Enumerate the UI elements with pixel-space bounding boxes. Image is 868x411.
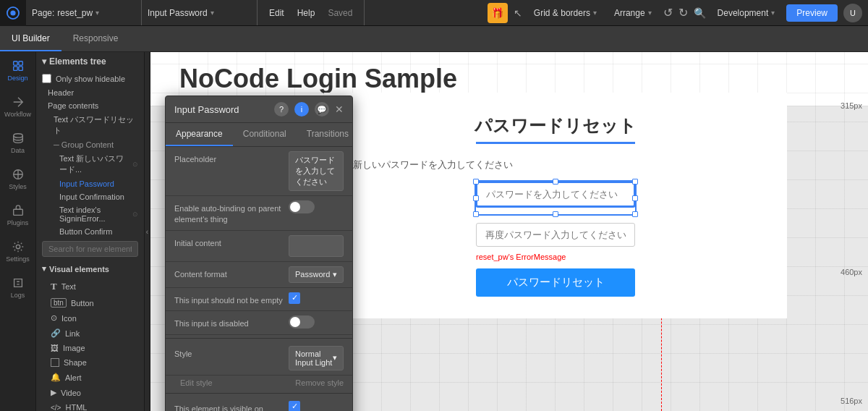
handle-bl[interactable] bbox=[473, 211, 479, 217]
redo-icon[interactable]: ↻ bbox=[678, 6, 688, 20]
tree-text-signin-error[interactable]: Text index's SigninError... ⊙ bbox=[36, 203, 144, 225]
search-icon[interactable]: 🔍 bbox=[694, 7, 706, 19]
button-element-label: Button bbox=[71, 299, 94, 308]
tree-input-password[interactable]: Input Password bbox=[36, 177, 144, 190]
initial-content-input bbox=[289, 235, 344, 257]
tree-header[interactable]: Header bbox=[36, 86, 144, 99]
element-alert[interactable]: 🔔 Alert bbox=[36, 370, 144, 385]
dialog-info-icon[interactable]: i bbox=[294, 102, 309, 116]
preview-button[interactable]: Preview bbox=[786, 4, 838, 22]
nav-plugins-label: Plugins bbox=[7, 219, 29, 226]
input-password-label: Input Password bbox=[59, 179, 114, 188]
prop-content-format: Content format Password ▾ bbox=[166, 262, 352, 288]
page-name: reset_pw bbox=[57, 8, 93, 18]
svg-rect-5 bbox=[18, 66, 22, 69]
visible-label: This element is visible on page load bbox=[174, 401, 283, 411]
px-315-label: 315px bbox=[841, 101, 862, 110]
nav-data-label: Data bbox=[11, 147, 25, 154]
svg-point-6 bbox=[13, 133, 22, 137]
nav-plugins[interactable]: Plugins bbox=[0, 197, 36, 233]
element-selector[interactable]: Input Password ▾ bbox=[142, 0, 258, 25]
tree-button-confirm[interactable]: Button Confirm bbox=[36, 225, 144, 238]
placeholder-value[interactable]: パスワードを入力してください bbox=[289, 151, 344, 191]
tree-input-confirmation[interactable]: Input Confirmation bbox=[36, 190, 144, 203]
not-empty-check-container: ✓ bbox=[289, 292, 344, 304]
tree-text-new-pw[interactable]: Text 新しいパスワード... ⊙ bbox=[36, 151, 144, 177]
search-elements-input[interactable] bbox=[42, 241, 138, 257]
dialog-close-button[interactable]: ✕ bbox=[335, 103, 344, 115]
development-dropdown[interactable]: Development ▾ bbox=[712, 5, 781, 21]
auto-binding-toggle[interactable] bbox=[289, 200, 315, 213]
placeholder-label: Placeholder bbox=[174, 151, 283, 165]
dialog-tab-conditional[interactable]: Conditional bbox=[233, 123, 297, 146]
only-show-hideable-row[interactable]: Only show hideable bbox=[36, 71, 144, 86]
element-html[interactable]: </> HTML bbox=[36, 400, 144, 411]
page-contents-label: Page contents bbox=[48, 101, 98, 110]
visible-checkbox[interactable]: ✓ bbox=[289, 401, 300, 411]
help-menu[interactable]: Help bbox=[292, 5, 321, 21]
page-selector[interactable]: Page: reset_pw ▾ bbox=[26, 0, 142, 25]
style-select[interactable]: Normal Input Light ▾ bbox=[289, 346, 344, 370]
auto-binding-toggle-container bbox=[289, 200, 344, 213]
edit-style-link[interactable]: Edit style bbox=[180, 378, 213, 387]
edit-menu[interactable]: Edit bbox=[263, 5, 290, 21]
style-select-container: Normal Input Light ▾ bbox=[289, 346, 344, 370]
nav-settings[interactable]: Settings bbox=[0, 233, 36, 269]
tree-group-content[interactable]: ─ Group Content bbox=[36, 138, 144, 151]
top-menu: Edit Help Saved bbox=[258, 0, 365, 25]
dialog-tab-appearance[interactable]: Appearance bbox=[166, 123, 233, 146]
tree-page-contents[interactable]: Page contents bbox=[36, 99, 144, 112]
content-format-label: Content format bbox=[174, 266, 283, 280]
initial-content-label: Initial content bbox=[174, 235, 283, 249]
element-button[interactable]: btn Button bbox=[36, 295, 144, 310]
undo-icon[interactable]: ↺ bbox=[663, 6, 673, 20]
main-layout: Design Workflow Data Styles Plugins bbox=[0, 52, 868, 411]
sidebar-content: ▾ Elements tree Only show hideable Heade… bbox=[36, 52, 144, 411]
not-empty-checkbox[interactable]: ✓ bbox=[289, 292, 300, 304]
tree-text-password-reset[interactable]: Text パスワードリセット bbox=[36, 112, 144, 138]
nav-design[interactable]: Design bbox=[0, 52, 36, 88]
px-460-label: 460px bbox=[841, 268, 862, 276]
prop-initial-content: Initial content bbox=[166, 231, 352, 262]
dialog-help-icon[interactable]: ? bbox=[274, 102, 289, 116]
element-icon[interactable]: ⊙ Icon bbox=[36, 310, 144, 326]
pw-input2[interactable] bbox=[476, 223, 635, 247]
avatar[interactable]: U bbox=[843, 4, 862, 22]
tab-responsive[interactable]: Responsive bbox=[61, 26, 130, 51]
remove-style-link[interactable]: Remove style bbox=[295, 378, 344, 387]
style-chevron-icon: ▾ bbox=[333, 353, 337, 363]
nav-styles[interactable]: Styles bbox=[0, 161, 36, 197]
element-shape[interactable]: Shape bbox=[36, 355, 144, 370]
disabled-toggle[interactable] bbox=[289, 315, 315, 329]
element-text[interactable]: T Text bbox=[36, 278, 144, 295]
pw-input1-container bbox=[353, 182, 758, 214]
element-image[interactable]: 🖼 Image bbox=[36, 341, 144, 355]
element-video[interactable]: ▶ Video bbox=[36, 385, 144, 400]
gift-icon[interactable]: 🎁 bbox=[488, 3, 508, 23]
svg-rect-3 bbox=[18, 61, 22, 64]
arrange-dropdown[interactable]: Arrange ▾ bbox=[608, 5, 658, 21]
pw-input1[interactable] bbox=[476, 182, 635, 207]
nav-logs[interactable]: Logs bbox=[0, 269, 36, 305]
grid-borders-label: Grid & borders bbox=[534, 8, 590, 18]
nav-data[interactable]: Data bbox=[0, 124, 36, 161]
element-chevron-icon: ▾ bbox=[210, 9, 214, 17]
only-show-hideable-checkbox[interactable] bbox=[42, 74, 51, 83]
tab-ui-builder[interactable]: UI Builder bbox=[0, 26, 61, 51]
reset-button[interactable]: パスワードリセット bbox=[476, 268, 635, 297]
handle-br[interactable] bbox=[632, 211, 638, 217]
initial-content-value[interactable] bbox=[289, 235, 344, 257]
handle-bm[interactable] bbox=[553, 211, 558, 217]
dialog-tab-transitions[interactable]: Transitions bbox=[297, 123, 359, 146]
content-format-select[interactable]: Password ▾ bbox=[289, 266, 344, 283]
collapse-handle[interactable]: ‹ bbox=[145, 52, 150, 411]
text-pw-label: Text パスワードリセット bbox=[54, 114, 138, 136]
dialog-chat-icon[interactable]: 💬 bbox=[315, 102, 329, 116]
visual-elements-header[interactable]: ▾ Visual elements bbox=[36, 260, 144, 278]
px-516-label: 516px bbox=[841, 397, 862, 405]
nav-workflow[interactable]: Workflow bbox=[0, 88, 36, 124]
dev-chevron-icon: ▾ bbox=[771, 9, 775, 17]
element-link[interactable]: 🔗 Link bbox=[36, 326, 144, 341]
grid-borders-dropdown[interactable]: Grid & borders ▾ bbox=[528, 5, 603, 21]
content-format-select-container: Password ▾ bbox=[289, 266, 344, 283]
